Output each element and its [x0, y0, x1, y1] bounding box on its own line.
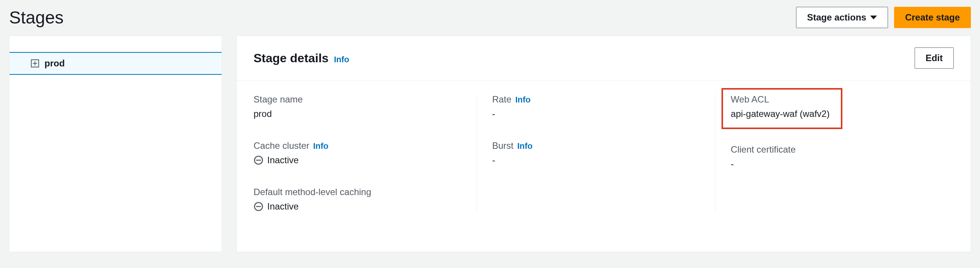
field-value: Inactive	[253, 155, 461, 165]
info-link[interactable]: Info	[313, 141, 328, 151]
info-link[interactable]: Info	[517, 141, 533, 151]
panel-title: Stage details	[253, 51, 328, 65]
panel-title-wrap: Stage details Info	[253, 51, 349, 65]
stages-tree: prod	[9, 36, 222, 252]
tree-item-prod[interactable]: prod	[10, 52, 222, 75]
panel-header: Stage details Info Edit	[237, 36, 970, 81]
field-label: Cache cluster Info	[253, 140, 461, 151]
page-header: Stages Stage actions Create stage	[0, 0, 980, 36]
info-link[interactable]: Info	[515, 95, 530, 105]
field-cache-cluster: Cache cluster Info Inactive	[253, 140, 461, 165]
field-value: -	[492, 109, 700, 119]
field-value: Inactive	[253, 201, 461, 212]
field-burst: Burst Info -	[492, 140, 700, 165]
field-label: Stage name	[253, 94, 461, 105]
field-value: -	[492, 155, 700, 165]
stage-details-panel: Stage details Info Edit Stage name prod …	[237, 36, 971, 252]
panel-body: Stage name prod Cache cluster Info I	[237, 81, 970, 225]
header-actions: Stage actions Create stage	[796, 7, 971, 28]
main-content: prod Stage details Info Edit Stage name …	[0, 36, 980, 252]
field-label: Default method-level caching	[253, 187, 461, 197]
field-value: api-gateway-waf (wafv2)	[731, 109, 829, 119]
details-col-1: Stage name prod Cache cluster Info I	[253, 94, 477, 212]
field-stage-name: Stage name prod	[253, 94, 461, 119]
field-web-acl-wrap: Web ACL api-gateway-waf (wafv2)	[731, 94, 939, 123]
inactive-icon	[253, 201, 263, 211]
highlight-box: Web ACL api-gateway-waf (wafv2)	[722, 88, 842, 129]
field-rate: Rate Info -	[492, 94, 700, 119]
field-value: prod	[253, 109, 461, 119]
info-link[interactable]: Info	[334, 55, 349, 65]
plus-box-icon	[31, 59, 39, 68]
stage-actions-label: Stage actions	[807, 12, 866, 23]
caret-down-icon	[870, 16, 877, 19]
create-stage-button[interactable]: Create stage	[894, 7, 971, 28]
field-label: Rate Info	[492, 94, 700, 105]
field-value: -	[731, 159, 939, 169]
page-title: Stages	[9, 7, 64, 28]
field-default-caching: Default method-level caching Inactive	[253, 187, 461, 212]
field-label: Burst Info	[492, 140, 700, 151]
details-col-3: Web ACL api-gateway-waf (wafv2) Client c…	[716, 94, 954, 212]
stage-actions-button[interactable]: Stage actions	[796, 7, 888, 28]
edit-button[interactable]: Edit	[915, 48, 954, 69]
field-label: Client certificate	[731, 144, 939, 155]
field-label: Web ACL	[731, 94, 829, 105]
field-client-cert: Client certificate -	[731, 144, 939, 169]
tree-item-label: prod	[45, 58, 65, 69]
inactive-icon	[253, 155, 263, 165]
details-col-2: Rate Info - Burst Info -	[477, 94, 716, 212]
